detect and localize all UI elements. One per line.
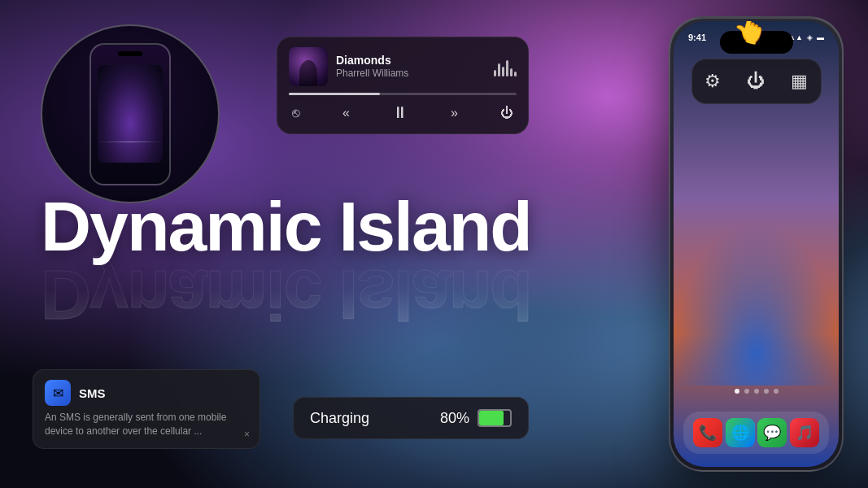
dot-4 [764, 389, 769, 394]
phone-screen: 9:41 ▲▲▲ ◈ ▬ 👆 ⚙ ⏻ ▦ [674, 21, 839, 467]
left-phone-device [89, 43, 171, 185]
settings-icon[interactable]: ⚙ [704, 71, 721, 92]
dock-app-phone[interactable]: 📞 [693, 418, 722, 447]
sms-app-icon: ✉ [45, 380, 71, 406]
power-icon[interactable]: ⏻ [747, 71, 765, 92]
dock-app-music[interactable]: 🎵 [790, 418, 819, 447]
safari-app-icon: 🌐 [731, 424, 749, 442]
battery-icon: ▬ [817, 33, 824, 41]
messages-app-icon: 💬 [763, 424, 781, 442]
title-reflection: Dynamic Island [41, 260, 531, 330]
music-progress-fill [289, 93, 380, 95]
side-button[interactable] [842, 115, 844, 156]
music-widget-top: Diamonds Pharrell Williams [289, 47, 517, 86]
music-controls: ⎋ « ⏸ » ⏻ [289, 103, 517, 122]
phone-frame: 9:41 ▲▲▲ ◈ ▬ 👆 ⚙ ⏻ ▦ [669, 16, 844, 472]
volume-down-button[interactable] [669, 132, 670, 156]
sms-app-name: SMS [79, 386, 106, 400]
share-button[interactable]: ⎋ [292, 106, 300, 120]
dot-5 [774, 389, 779, 394]
rewind-button[interactable]: « [342, 106, 350, 120]
music-info: Diamonds Pharrell Williams [336, 54, 486, 80]
charging-battery-fill [479, 411, 504, 425]
bar-1 [494, 70, 496, 76]
music-app-icon: 🎵 [796, 424, 813, 442]
hand-cursor-icon: 👆 [728, 21, 772, 49]
bar-4 [506, 60, 508, 76]
music-artist: Pharrell Williams [336, 68, 486, 81]
bar-6 [514, 72, 517, 76]
home-page-dots [674, 389, 839, 394]
island-popup-menu: ⚙ ⏻ ▦ [691, 59, 822, 104]
sms-close-button[interactable]: × [244, 429, 250, 440]
charging-battery-icon [478, 409, 512, 427]
charging-label: Charging [310, 410, 369, 427]
sms-header: ✉ SMS [45, 380, 248, 406]
music-progress-bar[interactable] [289, 93, 517, 95]
album-art [289, 47, 328, 86]
dot-1 [735, 389, 739, 394]
wallpaper-blob [674, 223, 839, 386]
charging-percent: 80% [440, 410, 469, 427]
dock-app-safari[interactable]: 🌐 [726, 418, 755, 447]
dot-3 [754, 389, 759, 394]
bar-2 [498, 63, 500, 76]
music-title: Diamonds [336, 54, 486, 68]
volume-up-button[interactable] [669, 99, 670, 124]
phone-notch [118, 51, 142, 56]
album-figure [299, 60, 317, 86]
dynamic-island-pill[interactable]: 👆 [720, 31, 793, 54]
phone-screen [98, 65, 163, 163]
bar-3 [502, 67, 504, 76]
pause-button[interactable]: ⏸ [392, 103, 408, 122]
qr-icon[interactable]: ▦ [791, 71, 808, 92]
charging-info: 80% [440, 409, 512, 427]
sms-body-text: An SMS is generally sent from one mobile… [45, 411, 248, 438]
status-time: 9:41 [688, 33, 706, 42]
phone-dock: 📞 🌐 💬 🎵 [683, 412, 829, 454]
dot-2 [744, 389, 749, 394]
right-phone: 9:41 ▲▲▲ ◈ ▬ 👆 ⚙ ⏻ ▦ [669, 16, 844, 472]
phone-app-icon: 📞 [699, 424, 717, 442]
sms-notification: ✉ SMS An SMS is generally sent from one … [33, 369, 260, 449]
left-phone-circle [41, 24, 220, 203]
bar-5 [510, 68, 513, 76]
charging-widget: Charging 80% [293, 397, 529, 439]
dock-app-messages[interactable]: 💬 [757, 418, 787, 447]
wifi-icon: ◈ [807, 33, 813, 41]
power-button[interactable]: ⏻ [500, 106, 513, 120]
forward-button[interactable]: » [451, 106, 458, 120]
music-widget: Diamonds Pharrell Williams ⎋ « ⏸ » ⏻ [277, 37, 529, 134]
audio-bars [494, 57, 517, 76]
screen-decoration [98, 142, 163, 143]
page-title: Dynamic Island [41, 191, 531, 261]
